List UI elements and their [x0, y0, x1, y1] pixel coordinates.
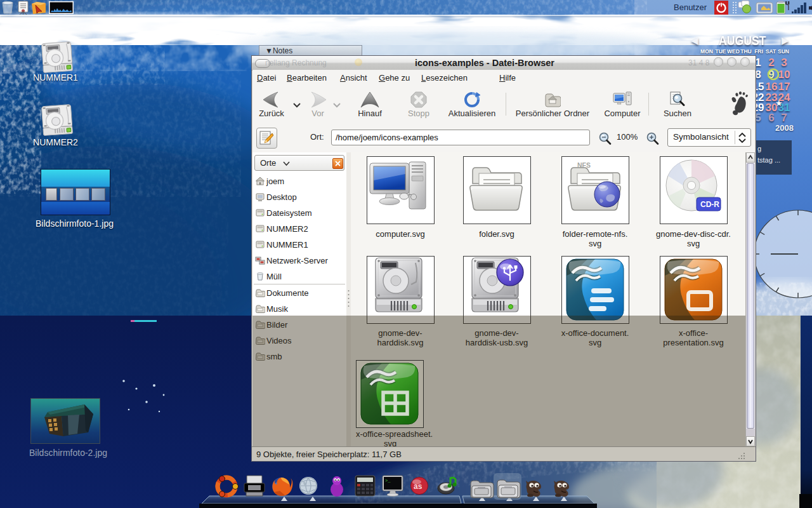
svg-text:as: as [414, 482, 422, 491]
svg-text:>_: >_ [385, 478, 391, 483]
